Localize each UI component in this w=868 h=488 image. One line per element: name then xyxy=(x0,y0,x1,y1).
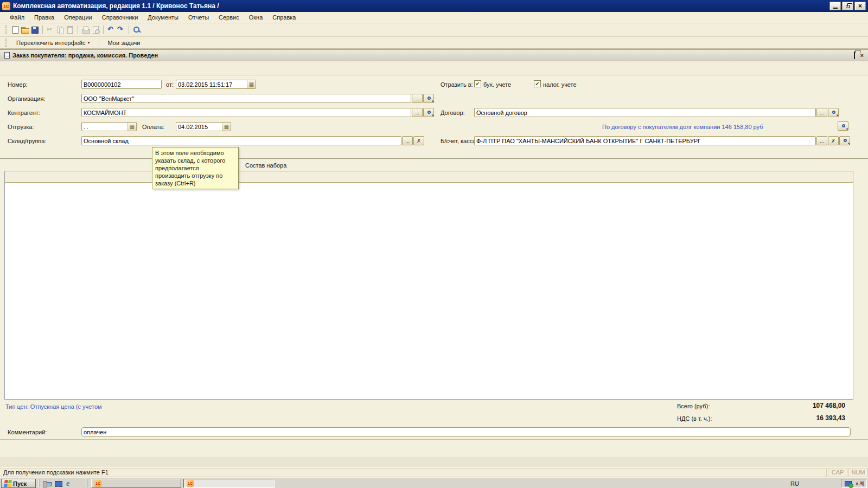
table-header-row xyxy=(5,171,853,183)
account-field[interactable] xyxy=(474,136,816,145)
date-field[interactable]: ▦ xyxy=(176,80,256,89)
shipment-input[interactable] xyxy=(82,123,127,131)
organization-input[interactable] xyxy=(82,94,411,102)
reflect-label: Отразить в: xyxy=(441,81,473,88)
warehouse-select-button[interactable]: ... xyxy=(402,136,413,145)
language-indicator[interactable]: RU xyxy=(788,479,802,488)
account-select-button[interactable]: ... xyxy=(816,136,827,145)
document-icon xyxy=(4,52,10,59)
menu-item-Операции[interactable]: Операции xyxy=(60,13,96,22)
warehouse-clear-icon[interactable]: ✗ xyxy=(413,136,424,145)
organization-open-icon[interactable] xyxy=(423,94,434,103)
computer-icon[interactable] xyxy=(42,479,51,488)
accounting-checkbox[interactable] xyxy=(474,80,481,87)
app-icon-1c: 1С xyxy=(187,480,194,487)
app-title: Комплексная автоматизация, редакция 1.1 … xyxy=(13,2,829,10)
organization-label: Организация: xyxy=(8,95,45,102)
menu-item-Документы[interactable]: Документы xyxy=(143,13,183,22)
undo-icon[interactable] xyxy=(107,25,116,34)
contragent-select-button[interactable]: ... xyxy=(412,108,423,117)
redo-icon[interactable] xyxy=(117,25,125,34)
warehouse-input[interactable] xyxy=(82,137,401,145)
debt-open-icon[interactable] xyxy=(838,121,848,131)
minimize-icon[interactable] xyxy=(829,2,841,10)
shipment-calendar-icon[interactable]: ▦ xyxy=(127,123,136,131)
toolbar-separator xyxy=(103,25,104,34)
payment-input[interactable] xyxy=(176,123,222,131)
tax-checkbox[interactable] xyxy=(534,80,541,87)
menu-item-Справочники[interactable]: Справочники xyxy=(98,13,143,22)
number-field[interactable] xyxy=(81,80,162,89)
save-icon[interactable] xyxy=(30,25,39,34)
contract-open-icon[interactable] xyxy=(828,108,839,117)
account-open-icon[interactable] xyxy=(839,136,850,145)
warehouse-field[interactable] xyxy=(81,136,401,145)
account-clear-icon[interactable]: ✗ xyxy=(828,136,839,145)
payment-field[interactable]: ▦ xyxy=(176,122,231,131)
accounting-checkbox-label: бух. учете xyxy=(483,81,511,88)
task-button-active[interactable]: 1С xyxy=(183,479,275,488)
menu-item-Окна[interactable]: Окна xyxy=(245,13,267,22)
contract-input[interactable] xyxy=(475,108,815,117)
print-preview-icon[interactable] xyxy=(91,25,100,34)
menu-item-Справка[interactable]: Справка xyxy=(268,13,300,22)
internet-explorer-icon[interactable]: e xyxy=(66,479,69,488)
my-tasks-button[interactable]: Мои задачи xyxy=(104,38,145,48)
organization-select-button[interactable]: ... xyxy=(412,94,423,103)
set-contents-button[interactable]: Состав набора xyxy=(245,162,286,169)
account-input[interactable] xyxy=(475,137,815,145)
num-lock-indicator: NUM xyxy=(848,468,868,477)
start-label: Пуск xyxy=(13,480,27,487)
app-icon-1c: 1С xyxy=(2,2,10,10)
paste-icon[interactable] xyxy=(66,25,74,34)
print-icon[interactable] xyxy=(81,25,90,34)
shipment-label: Отгрузка: xyxy=(8,124,34,130)
tooltip: В этом поле необходимо указать склад, с … xyxy=(152,147,239,189)
calendar-picker-icon[interactable]: ▦ xyxy=(247,80,256,88)
windows-flag-icon xyxy=(4,480,12,487)
comment-input[interactable] xyxy=(82,428,850,436)
contract-field[interactable] xyxy=(474,108,816,117)
start-button[interactable]: Пуск xyxy=(1,479,36,488)
close-icon[interactable]: × xyxy=(854,2,866,10)
copy-icon[interactable] xyxy=(56,25,65,34)
secondary-toolbar: Переключить интерфейс ▾ Мои задачи xyxy=(0,37,868,49)
display-icon[interactable] xyxy=(54,479,63,488)
document-toolbar xyxy=(0,61,868,75)
contragent-input[interactable] xyxy=(82,108,411,117)
toolbar-grip xyxy=(5,38,8,47)
organization-field[interactable] xyxy=(81,94,411,103)
doc-restore-icon[interactable] xyxy=(854,52,855,59)
task-button[interactable]: 1С xyxy=(91,479,181,488)
switch-interface-button[interactable]: Переключить интерфейс ▾ xyxy=(12,38,94,48)
comment-field[interactable] xyxy=(81,427,851,436)
toolbar-separator xyxy=(42,25,43,34)
toolbar-separator xyxy=(99,38,99,47)
vat-label: НДС (в т. ч.): xyxy=(677,415,712,422)
price-type-link[interactable]: Тип цен: Отпускная цена (с учетом xyxy=(5,403,102,410)
payment-calendar-icon[interactable]: ▦ xyxy=(222,123,231,131)
network-tray-icon[interactable] xyxy=(845,480,852,487)
contragent-field[interactable] xyxy=(81,108,411,117)
status-hint: Для получения подсказки нажмите F1 xyxy=(0,468,827,477)
system-tray xyxy=(841,479,867,488)
doc-close-icon[interactable]: × xyxy=(860,52,864,59)
menu-item-Сервис[interactable]: Сервис xyxy=(214,13,244,22)
new-document-icon[interactable] xyxy=(11,25,20,34)
number-input[interactable] xyxy=(82,80,161,88)
date-from-label: от: xyxy=(166,81,174,88)
volume-muted-icon[interactable] xyxy=(856,480,863,487)
menu-item-Отчеты[interactable]: Отчеты xyxy=(184,13,213,22)
menu-item-Правка[interactable]: Правка xyxy=(30,13,59,22)
open-icon[interactable] xyxy=(21,25,29,34)
toolbar-separator xyxy=(78,25,78,34)
shipment-field[interactable]: ▦ xyxy=(81,122,137,131)
menu-item-Файл[interactable]: Файл xyxy=(5,13,29,22)
date-input[interactable] xyxy=(176,80,247,88)
find-icon[interactable] xyxy=(132,25,141,34)
restore-icon[interactable] xyxy=(842,2,853,10)
contract-select-button[interactable]: ... xyxy=(816,108,827,117)
cut-icon[interactable] xyxy=(46,25,55,34)
debt-link[interactable]: По договору с покупателем долг компании … xyxy=(602,124,763,130)
contragent-open-icon[interactable] xyxy=(423,108,434,117)
